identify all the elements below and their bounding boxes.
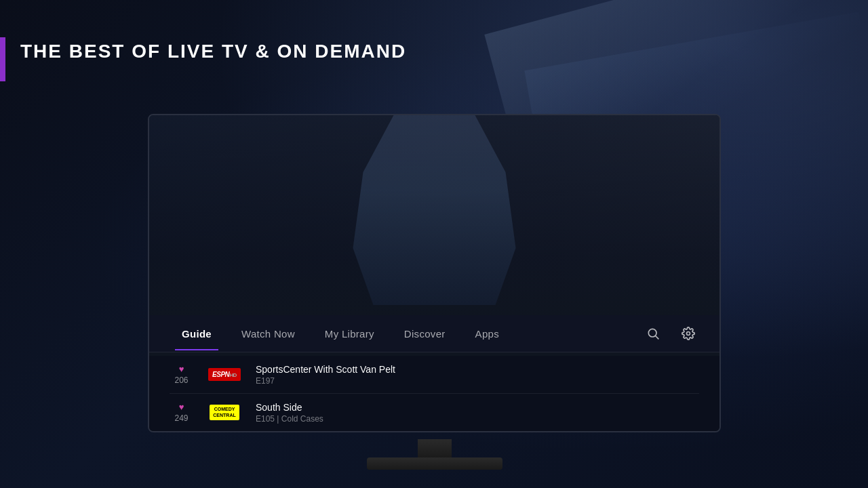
nav-icons <box>642 323 699 344</box>
tab-my-library[interactable]: My Library <box>313 323 387 345</box>
tv-container: Guide Watch Now My Library Discover Apps <box>148 114 721 473</box>
settings-button[interactable] <box>677 323 699 344</box>
svg-line-1 <box>656 336 659 340</box>
espn-logo: ESPNHD <box>204 364 245 386</box>
tv-screen: Guide Watch Now My Library Discover Apps <box>148 114 721 432</box>
channel-number: 249 <box>174 413 188 423</box>
channel-1-info: South Side E105 | Cold Cases <box>256 402 699 424</box>
tv-stand-neck <box>418 439 452 458</box>
channel-249-info: ♥ 249 <box>170 402 193 423</box>
heart-icon: ♥ <box>179 402 184 412</box>
tab-guide[interactable]: Guide <box>170 323 224 345</box>
channel-row[interactable]: ♥ 249 COMEDYCENTRAL South Side E105 | Co… <box>170 394 699 432</box>
tv-stand-base <box>367 458 502 470</box>
channel-0-title: SportsCenter With Scott Van Pelt <box>256 364 699 375</box>
tab-watch-now[interactable]: Watch Now <box>229 323 307 345</box>
channel-206-info: ♥ 206 <box>170 364 193 385</box>
comedy-central-logo: COMEDYCENTRAL <box>204 402 245 424</box>
hero-character <box>333 115 536 305</box>
channel-0-info: SportsCenter With Scott Van Pelt E197 <box>256 364 699 386</box>
heart-icon: ♥ <box>179 364 184 374</box>
channel-list: ♥ 206 ESPNHD SportsCenter With Scott Van… <box>149 356 719 431</box>
channel-number: 206 <box>174 375 188 385</box>
page-title: THE BEST OF LIVE TV & ON DEMAND <box>20 41 406 62</box>
nav-tabs: Guide Watch Now My Library Discover Apps <box>170 323 642 345</box>
channel-1-subtitle: E105 | Cold Cases <box>256 414 699 424</box>
gear-icon <box>682 327 695 340</box>
channel-1-title: South Side <box>256 402 699 413</box>
hero-image <box>149 115 719 319</box>
channel-row[interactable]: ♥ 299 nickelodeon SpongeBob SquarePants … <box>170 432 699 432</box>
search-icon <box>646 327 660 340</box>
tab-apps[interactable]: Apps <box>463 323 511 345</box>
svg-point-2 <box>687 332 690 336</box>
left-accent-bar <box>0 37 5 81</box>
nav-bar: Guide Watch Now My Library Discover Apps <box>149 315 719 352</box>
search-button[interactable] <box>642 323 664 344</box>
tab-discover[interactable]: Discover <box>392 323 458 345</box>
channel-0-subtitle: E197 <box>256 376 699 386</box>
svg-point-0 <box>648 329 656 337</box>
channel-row[interactable]: ♥ 206 ESPNHD SportsCenter With Scott Van… <box>170 356 699 394</box>
